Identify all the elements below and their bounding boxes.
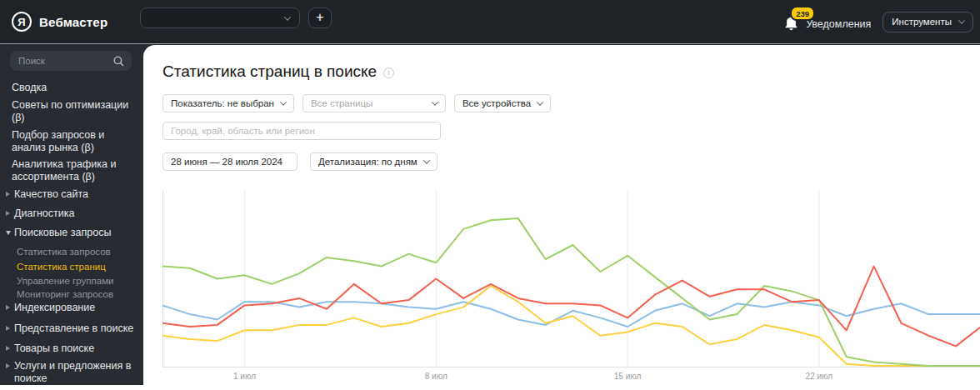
search-input[interactable] <box>10 56 113 66</box>
brand-title: Вебмастер <box>39 15 108 29</box>
date-range-picker[interactable]: 28 июня — 28 июля 2024 <box>162 152 298 171</box>
notifications-count-badge: 239 <box>790 6 815 21</box>
chart-line-green <box>162 218 980 366</box>
sidebar-item-label: Аналитика трафика и ассортимента (β) <box>12 158 116 182</box>
sidebar-item-label: Товары в поиске <box>14 342 94 354</box>
info-icon[interactable]: i <box>383 68 394 78</box>
date-row: 28 июня — 28 июля 2024 Детализация: по д… <box>162 152 438 171</box>
x-axis-tick-label: 1 июл <box>233 372 256 381</box>
topbar: Я Вебмастер + 239 Уведомления Инструмент… <box>0 0 980 44</box>
sidebar-subitem-upravlenie-gruppami[interactable]: Управление группами <box>17 276 133 287</box>
tools-label: Инструменты <box>892 17 952 27</box>
sidebar: Сводка Советы по оптимизации (β) Подбор … <box>0 44 143 385</box>
chevron-down-icon <box>423 157 430 163</box>
chevron-right-icon <box>6 305 10 310</box>
chevron-down-icon <box>537 98 543 105</box>
sidebar-search[interactable] <box>10 51 132 71</box>
chart-svg: 1 июл8 июл15 июл22 июл <box>162 190 980 386</box>
chevron-right-icon <box>6 192 10 197</box>
pages-combobox-placeholder: Все страницы <box>311 98 372 108</box>
sidebar-item-analitika[interactable]: Аналитика трафика и ассортимента (β) <box>12 158 135 183</box>
detail-select-label: Детализация: по дням <box>318 157 418 167</box>
yandex-logo-icon: Я <box>12 12 32 32</box>
devices-select-label: Все устройства <box>462 98 531 108</box>
chevron-down-icon <box>432 98 438 105</box>
x-axis-tick-label: 8 июл <box>425 372 448 381</box>
sidebar-item-uslugi[interactable]: Услуги и предложения в поиске <box>14 360 135 385</box>
date-range-value: 28 июня — 28 июля 2024 <box>171 157 282 167</box>
chevron-down-icon <box>6 231 11 235</box>
sidebar-item-podbor[interactable]: Подбор запросов и анализ рынка (β) <box>12 129 135 154</box>
line-chart: 1 июл8 июл15 июл22 июл <box>162 190 980 386</box>
search-icon <box>113 56 124 67</box>
sidebar-item-indeksirovanie[interactable]: Индексирование <box>14 302 135 314</box>
chevron-right-icon <box>6 211 10 216</box>
sidebar-subitem-statistika-stranic-active[interactable]: Статистика страниц <box>17 262 133 272</box>
sidebar-item-label: Поисковые запросы <box>14 227 111 238</box>
chevron-right-icon <box>6 363 10 368</box>
sidebar-item-svodka[interactable]: Сводка <box>12 82 135 94</box>
site-selector-dropdown[interactable] <box>140 8 300 28</box>
main-content-card: Статистика страниц в поиске i Показатель… <box>143 45 980 390</box>
sidebar-item-kachestvo[interactable]: Качество сайта <box>14 188 135 201</box>
topbar-right: 239 Уведомления Инструменты <box>783 11 973 32</box>
chevron-down-icon <box>284 13 291 20</box>
sidebar-subitem-statistika-zaprosov[interactable]: Статистика запросов <box>17 247 133 258</box>
sidebar-item-label: Услуги и предложения в поиске <box>14 360 131 384</box>
devices-select-button[interactable]: Все устройства <box>454 94 551 112</box>
sidebar-item-label: Подбор запросов и анализ рынка (β) <box>12 129 104 153</box>
x-axis-tick-label: 15 июл <box>614 372 642 381</box>
filters-row: Показатель: не выбран Все страницы Все у… <box>162 94 551 112</box>
sidebar-item-label: Качество сайта <box>14 188 88 200</box>
metric-select-label: Показатель: не выбран <box>171 98 274 108</box>
notifications-label: Уведомления <box>806 18 871 30</box>
sidebar-subitem-monitoring-zaprosov[interactable]: Мониторинг запросов <box>17 289 133 300</box>
chevron-down-icon <box>958 17 965 23</box>
sidebar-item-sovety[interactable]: Советы по оптимизации (β) <box>12 99 135 124</box>
region-input[interactable] <box>162 122 441 140</box>
pages-combobox[interactable]: Все страницы <box>302 94 446 112</box>
page-title: Статистика страниц в поиске <box>162 62 377 81</box>
detail-select-button[interactable]: Детализация: по дням <box>310 152 438 171</box>
sidebar-item-label: Диагностика <box>14 208 74 219</box>
add-site-button[interactable]: + <box>308 8 332 28</box>
x-axis-tick-label: 22 июл <box>806 372 833 381</box>
yandex-webmaster-logo[interactable]: Я Вебмастер <box>12 12 108 32</box>
sidebar-item-label: Индексирование <box>14 302 95 313</box>
chart-line-yellow <box>162 286 980 366</box>
chevron-right-icon <box>6 346 10 351</box>
sidebar-item-tovary[interactable]: Товары в поиске <box>14 342 135 355</box>
chevron-down-icon <box>280 98 287 105</box>
sidebar-item-predstavlenie[interactable]: Представление в поиске <box>14 322 135 335</box>
sidebar-item-label: Сводка <box>12 82 47 93</box>
sidebar-item-label: Советы по оптимизации (β) <box>12 99 128 123</box>
chevron-right-icon <box>6 326 10 331</box>
sidebar-item-poiskovye-zaprosy[interactable]: Поисковые запросы <box>14 227 135 239</box>
tools-dropdown-button[interactable]: Инструменты <box>882 12 973 32</box>
notifications-button[interactable]: 239 Уведомления <box>783 11 871 32</box>
title-row: Статистика страниц в поиске i <box>162 62 394 81</box>
sidebar-item-label: Представление в поиске <box>14 322 133 334</box>
metric-select-button[interactable]: Показатель: не выбран <box>162 94 294 112</box>
sidebar-item-diagnostika[interactable]: Диагностика <box>14 208 135 220</box>
